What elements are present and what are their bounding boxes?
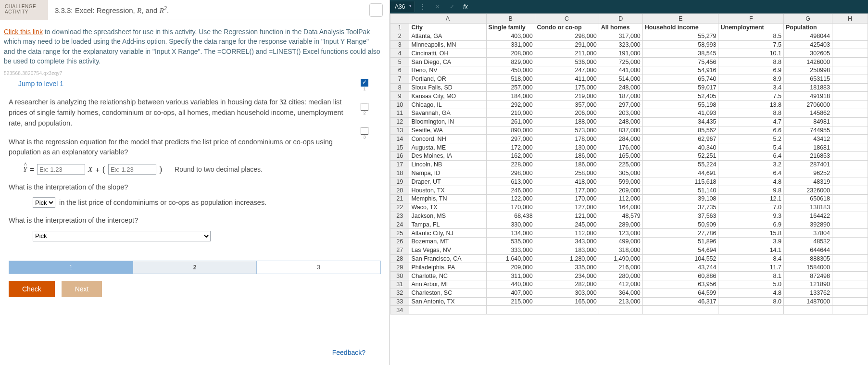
cell[interactable]: 6.4 (718, 151, 784, 160)
cell[interactable]: 181883 (784, 83, 832, 92)
cell[interactable]: Seattle, WA (409, 126, 486, 135)
cell[interactable]: 52,251 (642, 151, 718, 160)
cell[interactable]: 175,000 (535, 83, 599, 92)
cell[interactable]: 209,000 (599, 186, 642, 195)
cell[interactable] (832, 101, 868, 109)
cell[interactable]: Reno, NV (409, 66, 486, 75)
cell[interactable]: 13.8 (718, 101, 784, 109)
column-header-B[interactable]: B (486, 14, 535, 24)
cell[interactable] (832, 280, 868, 289)
cell[interactable]: 2706000 (784, 101, 832, 109)
cell[interactable]: 112,000 (535, 229, 599, 238)
cell[interactable]: 162,000 (486, 151, 535, 160)
cell[interactable]: Charlotte, NC (409, 272, 486, 280)
cell[interactable]: 39,108 (642, 194, 718, 203)
cell[interactable]: Single family (486, 24, 535, 32)
cell[interactable]: 8.9 (718, 75, 784, 83)
cell[interactable]: 48319 (784, 177, 832, 186)
cell[interactable]: 403,000 (486, 32, 535, 40)
cell[interactable]: 215,000 (486, 297, 535, 306)
feedback-link[interactable]: Feedback? (332, 349, 365, 356)
cell[interactable]: Unemployment (718, 24, 784, 32)
cell[interactable]: 498044 (784, 32, 832, 40)
cell[interactable]: 318,000 (599, 246, 642, 254)
cell[interactable]: 298,000 (486, 169, 535, 177)
cell[interactable]: Atlanta, GA (409, 32, 486, 40)
column-header-G[interactable]: G (784, 14, 832, 24)
cell[interactable]: 1,640,000 (486, 254, 535, 263)
row-header[interactable]: 10 (390, 101, 409, 109)
row-header[interactable]: 8 (390, 83, 409, 92)
cell[interactable]: 441,000 (599, 66, 642, 75)
cell[interactable] (832, 160, 868, 169)
cell[interactable]: 287401 (784, 160, 832, 169)
cell[interactable]: 247,000 (535, 66, 599, 75)
row-header[interactable]: 11 (390, 109, 409, 117)
cell[interactable]: 330,000 (486, 220, 535, 229)
cell[interactable]: 68,438 (486, 212, 535, 220)
cell[interactable]: 216853 (784, 151, 832, 160)
cell[interactable]: 48532 (784, 237, 832, 246)
cell[interactable]: 5.0 (718, 280, 784, 289)
cell[interactable]: Draper, UT (409, 177, 486, 186)
cell[interactable]: Kansas City, MO (409, 92, 486, 101)
cell[interactable]: 829,000 (486, 58, 535, 66)
cell[interactable]: Tampa, FL (409, 220, 486, 229)
cell[interactable]: 209,000 (486, 263, 535, 272)
cell[interactable]: Charleston, SC (409, 289, 486, 297)
cell[interactable]: 55,279 (642, 32, 718, 40)
row-header[interactable]: 27 (390, 246, 409, 254)
cell[interactable] (832, 297, 868, 306)
cell[interactable]: 177,000 (535, 186, 599, 195)
cell[interactable]: 725,000 (599, 58, 642, 66)
cell[interactable]: 104,552 (642, 254, 718, 263)
cell[interactable]: 245,000 (535, 220, 599, 229)
cell[interactable]: 4.8 (718, 289, 784, 297)
cell[interactable]: 211,000 (535, 49, 599, 58)
cell[interactable] (832, 126, 868, 135)
cell[interactable]: 127,000 (535, 203, 599, 212)
cell[interactable]: 123,000 (599, 229, 642, 238)
cell[interactable]: 145862 (784, 109, 832, 117)
cell[interactable]: 246,000 (486, 186, 535, 195)
cell[interactable] (832, 24, 868, 32)
cell[interactable]: 311,000 (486, 272, 535, 280)
cell[interactable]: 4.7 (718, 117, 784, 126)
cell[interactable]: 258,000 (535, 169, 599, 177)
cell[interactable]: 27,786 (642, 229, 718, 238)
fx-icon[interactable]: fx (459, 3, 471, 10)
cell[interactable]: 38,545 (642, 49, 718, 58)
cell[interactable]: 122,000 (486, 194, 535, 203)
cell[interactable]: 1487000 (784, 297, 832, 306)
cell[interactable]: 60,886 (642, 272, 718, 280)
cell[interactable]: 3.2 (718, 160, 784, 169)
cell[interactable]: 280,000 (599, 272, 642, 280)
cell[interactable]: 257,000 (486, 83, 535, 92)
cell[interactable] (832, 143, 868, 152)
cell[interactable]: 228,000 (486, 160, 535, 169)
row-header[interactable]: 21 (390, 194, 409, 203)
cell[interactable]: 176,000 (599, 143, 642, 152)
status-badge[interactable] (369, 3, 383, 17)
cell[interactable] (832, 212, 868, 220)
vertical-ellipsis-icon[interactable]: ⋮ (415, 3, 430, 10)
cell[interactable]: Condo or co-op (535, 24, 599, 32)
progress-step-3[interactable] (361, 127, 368, 135)
row-header[interactable]: 5 (390, 58, 409, 66)
cell[interactable]: 188,000 (535, 117, 599, 126)
slope-input[interactable] (37, 164, 85, 175)
cell[interactable]: 6.6 (718, 126, 784, 135)
cell[interactable]: 64,599 (642, 289, 718, 297)
row-header[interactable]: 30 (390, 272, 409, 280)
cell[interactable] (832, 289, 868, 297)
cell[interactable]: Sioux Falls, SD (409, 83, 486, 92)
cell[interactable]: 837,000 (599, 126, 642, 135)
cell[interactable]: 164,000 (599, 203, 642, 212)
cell[interactable]: 2326000 (784, 186, 832, 195)
cell[interactable]: 59,017 (642, 83, 718, 92)
cell[interactable]: 84981 (784, 117, 832, 126)
cell[interactable]: 450,000 (486, 66, 535, 75)
cell[interactable]: 407,000 (486, 289, 535, 297)
cell[interactable]: Lincoln, NB (409, 160, 486, 169)
cell[interactable]: 7.5 (718, 92, 784, 101)
